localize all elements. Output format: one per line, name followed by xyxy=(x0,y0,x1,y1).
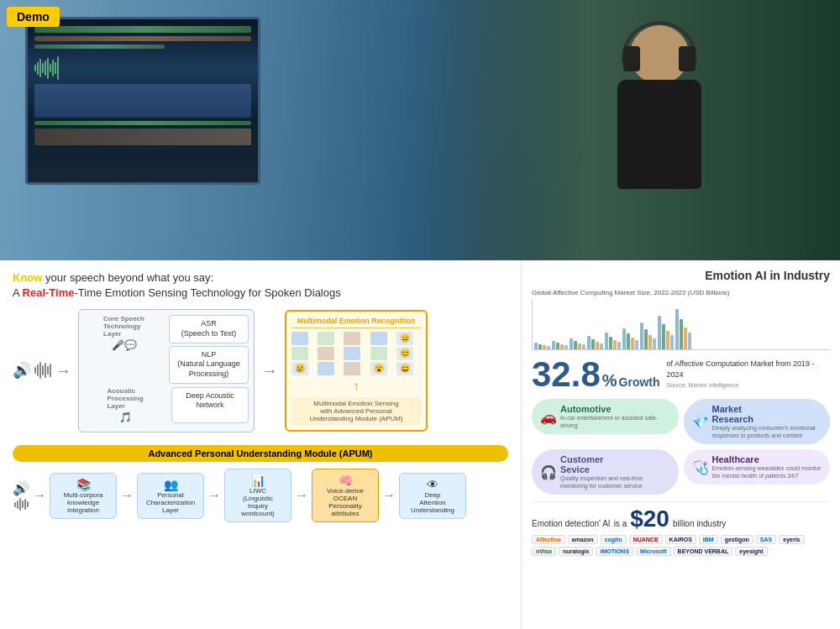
apum-arrow-1: → xyxy=(33,488,46,503)
apum-flow: 🔊 → 📚 Multi-corporaknowl xyxy=(13,469,508,522)
bar2a xyxy=(552,341,555,349)
apum-waveform xyxy=(14,498,29,511)
emotion-box: Multimodal Emotion Recognition 😐 😊 😢 xyxy=(285,310,428,432)
customer-info: CustomerSevice Quality inspection and re… xyxy=(560,454,670,490)
ec14: 😮 xyxy=(370,362,387,375)
growth-section: 32.8 % Growth of Affective Computation M… xyxy=(532,357,830,392)
growth-text: of Affective Computation Market from 201… xyxy=(667,359,830,391)
logo-cogito: cogito xyxy=(601,535,627,544)
acoustic-label: AcousticProcessingLayer xyxy=(107,387,143,410)
logo-nuance: NUANCE xyxy=(629,535,663,544)
acoustic-row: AcousticProcessingLayer 🎵 Deep AcousticN… xyxy=(84,387,249,423)
bar5a xyxy=(605,333,608,349)
bg5 xyxy=(605,333,621,349)
bar8a xyxy=(658,316,661,349)
monitor-panel xyxy=(34,128,251,145)
ec10: 😊 xyxy=(396,347,413,360)
ws6 xyxy=(47,366,49,375)
apum-arrow-5: → xyxy=(382,488,396,503)
ec15: 😄 xyxy=(396,362,413,375)
healthcare-info: Healthcare Emotion-sensing wearables cou… xyxy=(712,454,822,480)
ec7 xyxy=(318,347,334,360)
node-3-label: LIWC(LinguisticInquirywordcount) xyxy=(241,487,275,517)
bar2b xyxy=(556,343,559,349)
bar1a xyxy=(534,343,538,349)
apum-arrow-4: → xyxy=(295,488,308,503)
hero-background-right xyxy=(420,0,840,260)
realtime-highlight: Real-Time xyxy=(23,286,75,299)
node-4-label: Voice-deriveOCEANPersonalityattributes xyxy=(327,487,364,517)
acoustic-icon: 🎵 xyxy=(119,411,132,423)
logo-eyeris: eyeris xyxy=(779,535,804,544)
processing-box: Core SpeechTechnologyLayer 🎤💬 ASR(Speech… xyxy=(78,309,255,432)
bg7 xyxy=(640,322,656,349)
acoustic-cell: AcousticProcessingLayer 🎵 xyxy=(84,387,166,423)
attention-icon: 👁 xyxy=(405,478,460,491)
bar7a xyxy=(640,322,643,349)
partner-logos: Affectiva amazon cogito NUANCE KAIROS IB… xyxy=(532,535,830,556)
person-figure xyxy=(588,25,739,260)
industry-healthcare: 🩺 Healthcare Emotion-sensing wearables c… xyxy=(684,449,831,495)
growth-number: 32.8 xyxy=(532,357,601,392)
headset-right xyxy=(679,46,696,71)
logo-beyond-verbal: BEYOND VERBAL xyxy=(674,547,733,556)
emotion-ai-title: Emotion AI in Industry xyxy=(532,269,830,282)
healthcare-bubble: 🩺 Healthcare Emotion-sensing wearables c… xyxy=(684,449,831,485)
multimodal-label: Multimodal Emotion Sensingwith Advanced … xyxy=(291,397,421,425)
node-1-label: Multi-corporaknowledgeIntegration xyxy=(64,491,103,514)
detection-section: Emotion detection' AI is a $20 billion i… xyxy=(532,501,830,556)
bar5c xyxy=(613,340,617,349)
bar1d xyxy=(547,346,550,349)
right-panel: Emotion AI in Industry Global Affective … xyxy=(521,260,840,629)
speech-icon: 🎤💬 xyxy=(112,339,137,351)
automotive-name: Automotive xyxy=(560,404,670,414)
ws2 xyxy=(37,364,39,376)
bg8 xyxy=(658,316,674,349)
bar3c xyxy=(578,343,581,349)
asr-cell: ASR(Speech to Text) xyxy=(169,315,249,343)
core-speech-label: Core SpeechTechnologyLayer xyxy=(103,315,144,338)
apum-arrow-3: → xyxy=(207,488,221,503)
customer-icon: 🎧 xyxy=(540,464,557,480)
ws1 xyxy=(34,367,36,374)
bar4c xyxy=(596,342,599,349)
hero-section: Demo xyxy=(0,0,840,260)
ec1 xyxy=(291,332,308,345)
speaker-icon: 🔊 xyxy=(13,361,31,380)
bg1 xyxy=(534,343,550,349)
logo-kairos: KAIROS xyxy=(665,535,696,544)
apum-speaker-icon: 🔊 xyxy=(13,480,29,496)
top-diagram: 🔊 → Core S xyxy=(13,307,508,433)
apum-node-3: 📊 LIWC(LinguisticInquirywordcount) xyxy=(224,469,291,522)
proc-to-emotion-arrow: → xyxy=(261,361,278,380)
market-desc: Deeply analyzing consumer's emotional re… xyxy=(712,424,822,439)
growth-pct: % xyxy=(602,371,617,391)
bg4 xyxy=(587,336,603,349)
bg9 xyxy=(675,309,691,349)
bar6b xyxy=(627,333,630,349)
monitor-bar-1 xyxy=(34,26,251,33)
logo-nuralogix: nuralogix xyxy=(559,547,594,556)
detection-row: Emotion detection' AI is a $20 billion i… xyxy=(532,507,830,532)
ec8 xyxy=(344,347,360,360)
customer-name: CustomerSevice xyxy=(560,454,670,474)
wv4 xyxy=(42,63,44,73)
emotion-down-arrow: ↑ xyxy=(291,379,421,394)
automotive-info: Automotive In-car entertainment or assis… xyxy=(560,404,670,429)
detection-is-a: is a xyxy=(614,519,627,528)
industry-grid: 🚗 Automotive In-car entertainment or ass… xyxy=(532,399,830,495)
automotive-desc: In-car entertainment or assisted safe-dr… xyxy=(560,414,670,429)
emotion-grid: 😐 😊 😢 😮 😄 xyxy=(291,332,421,375)
bar4b xyxy=(591,339,595,349)
logo-amazon: amazon xyxy=(568,535,598,544)
bar5b xyxy=(609,337,612,349)
bar5d xyxy=(617,342,621,349)
bar4a xyxy=(587,336,591,349)
ws4 xyxy=(42,365,44,375)
core-speech-cell: Core SpeechTechnologyLayer 🎤💬 xyxy=(84,315,164,383)
detection-header: Emotion detection' AI xyxy=(532,519,611,528)
bar6a xyxy=(622,328,626,349)
bar9a xyxy=(675,309,679,349)
monitor-image xyxy=(34,84,251,118)
know-highlight: Know xyxy=(13,271,42,284)
